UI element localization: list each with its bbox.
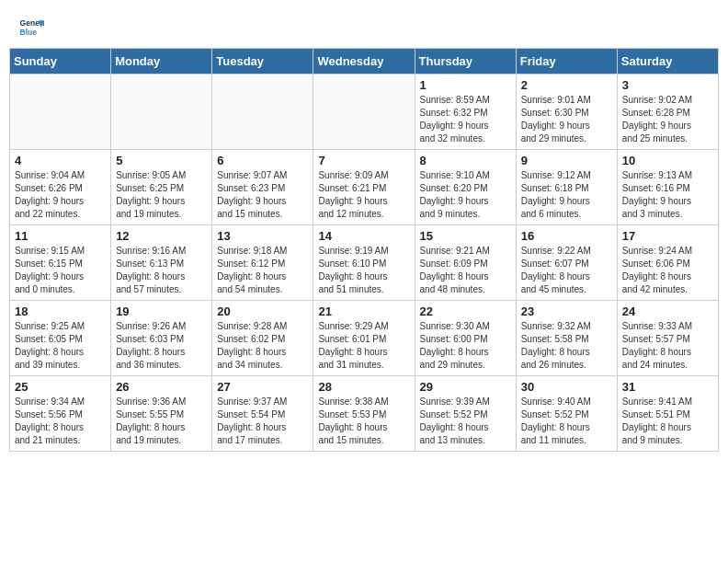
- calendar-cell: 3Sunrise: 9:02 AM Sunset: 6:28 PM Daylig…: [617, 75, 718, 150]
- day-info: Sunrise: 9:38 AM Sunset: 5:53 PM Dayligh…: [318, 396, 409, 447]
- calendar-cell: 23Sunrise: 9:32 AM Sunset: 5:58 PM Dayli…: [516, 301, 617, 376]
- day-info: Sunrise: 9:22 AM Sunset: 6:07 PM Dayligh…: [521, 245, 612, 296]
- calendar-cell: 26Sunrise: 9:36 AM Sunset: 5:55 PM Dayli…: [111, 376, 212, 452]
- day-number: 1: [420, 78, 511, 92]
- day-info: Sunrise: 9:21 AM Sunset: 6:09 PM Dayligh…: [420, 245, 511, 296]
- page-header: General Blue: [0, 0, 728, 48]
- col-header-monday: Monday: [111, 49, 212, 75]
- day-info: Sunrise: 9:10 AM Sunset: 6:20 PM Dayligh…: [420, 169, 511, 221]
- calendar-cell: 15Sunrise: 9:21 AM Sunset: 6:09 PM Dayli…: [415, 225, 516, 301]
- col-header-sunday: Sunday: [10, 49, 111, 75]
- day-number: 15: [420, 229, 511, 243]
- calendar-cell: 12Sunrise: 9:16 AM Sunset: 6:13 PM Dayli…: [111, 225, 212, 301]
- day-number: 19: [116, 304, 207, 318]
- col-header-friday: Friday: [516, 49, 617, 75]
- day-info: Sunrise: 9:19 AM Sunset: 6:10 PM Dayligh…: [318, 245, 409, 296]
- day-info: Sunrise: 9:13 AM Sunset: 6:16 PM Dayligh…: [622, 169, 713, 221]
- day-number: 14: [318, 229, 409, 243]
- day-info: Sunrise: 9:15 AM Sunset: 6:15 PM Dayligh…: [15, 245, 106, 296]
- calendar-week-3: 11Sunrise: 9:15 AM Sunset: 6:15 PM Dayli…: [10, 225, 719, 301]
- day-info: Sunrise: 9:04 AM Sunset: 6:26 PM Dayligh…: [15, 169, 106, 221]
- calendar-cell: [111, 75, 212, 150]
- day-info: Sunrise: 9:05 AM Sunset: 6:25 PM Dayligh…: [116, 169, 207, 221]
- calendar-cell: 14Sunrise: 9:19 AM Sunset: 6:10 PM Dayli…: [313, 225, 415, 301]
- calendar-cell: 25Sunrise: 9:34 AM Sunset: 5:56 PM Dayli…: [10, 376, 111, 452]
- calendar-cell: 2Sunrise: 9:01 AM Sunset: 6:30 PM Daylig…: [516, 75, 617, 150]
- day-info: Sunrise: 9:26 AM Sunset: 6:03 PM Dayligh…: [116, 320, 207, 372]
- calendar-cell: 1Sunrise: 8:59 AM Sunset: 6:32 PM Daylig…: [415, 75, 516, 150]
- day-number: 2: [521, 78, 612, 92]
- calendar-cell: 27Sunrise: 9:37 AM Sunset: 5:54 PM Dayli…: [212, 376, 313, 452]
- calendar-cell: 16Sunrise: 9:22 AM Sunset: 6:07 PM Dayli…: [516, 225, 617, 301]
- calendar-cell: [313, 75, 415, 150]
- day-info: Sunrise: 9:28 AM Sunset: 6:02 PM Dayligh…: [217, 320, 308, 372]
- day-info: Sunrise: 9:30 AM Sunset: 6:00 PM Dayligh…: [420, 320, 511, 372]
- calendar-cell: 4Sunrise: 9:04 AM Sunset: 6:26 PM Daylig…: [10, 150, 111, 225]
- day-info: Sunrise: 9:18 AM Sunset: 6:12 PM Dayligh…: [217, 245, 308, 296]
- calendar-cell: 31Sunrise: 9:41 AM Sunset: 5:51 PM Dayli…: [617, 376, 718, 452]
- calendar-cell: 22Sunrise: 9:30 AM Sunset: 6:00 PM Dayli…: [415, 301, 516, 376]
- day-info: Sunrise: 9:33 AM Sunset: 5:57 PM Dayligh…: [622, 320, 713, 372]
- calendar-cell: 5Sunrise: 9:05 AM Sunset: 6:25 PM Daylig…: [111, 150, 212, 225]
- day-number: 29: [420, 380, 511, 394]
- calendar-cell: 10Sunrise: 9:13 AM Sunset: 6:16 PM Dayli…: [617, 150, 718, 225]
- day-info: Sunrise: 9:24 AM Sunset: 6:06 PM Dayligh…: [622, 245, 713, 296]
- col-header-tuesday: Tuesday: [212, 49, 313, 75]
- day-info: Sunrise: 9:34 AM Sunset: 5:56 PM Dayligh…: [15, 396, 106, 447]
- day-number: 11: [15, 229, 106, 243]
- calendar-cell: 19Sunrise: 9:26 AM Sunset: 6:03 PM Dayli…: [111, 301, 212, 376]
- day-number: 18: [15, 304, 106, 318]
- day-info: Sunrise: 9:01 AM Sunset: 6:30 PM Dayligh…: [521, 94, 612, 145]
- calendar-week-5: 25Sunrise: 9:34 AM Sunset: 5:56 PM Dayli…: [10, 376, 719, 452]
- day-info: Sunrise: 9:02 AM Sunset: 6:28 PM Dayligh…: [622, 94, 713, 145]
- calendar-header-row: SundayMondayTuesdayWednesdayThursdayFrid…: [10, 49, 719, 75]
- calendar-table: SundayMondayTuesdayWednesdayThursdayFrid…: [9, 48, 719, 452]
- svg-text:Blue: Blue: [20, 28, 38, 37]
- day-number: 28: [318, 380, 409, 394]
- day-info: Sunrise: 9:39 AM Sunset: 5:52 PM Dayligh…: [420, 396, 511, 447]
- day-number: 30: [521, 380, 612, 394]
- calendar-cell: [10, 75, 111, 150]
- calendar-cell: 17Sunrise: 9:24 AM Sunset: 6:06 PM Dayli…: [617, 225, 718, 301]
- calendar-week-4: 18Sunrise: 9:25 AM Sunset: 6:05 PM Dayli…: [10, 301, 719, 376]
- day-number: 24: [622, 304, 713, 318]
- day-number: 9: [521, 154, 612, 167]
- day-info: Sunrise: 9:32 AM Sunset: 5:58 PM Dayligh…: [521, 320, 612, 372]
- day-number: 31: [622, 380, 713, 394]
- calendar-cell: 21Sunrise: 9:29 AM Sunset: 6:01 PM Dayli…: [313, 301, 415, 376]
- day-number: 26: [116, 380, 207, 394]
- day-number: 10: [622, 154, 713, 167]
- calendar-cell: 9Sunrise: 9:12 AM Sunset: 6:18 PM Daylig…: [516, 150, 617, 225]
- calendar-cell: 28Sunrise: 9:38 AM Sunset: 5:53 PM Dayli…: [313, 376, 415, 452]
- day-info: Sunrise: 9:12 AM Sunset: 6:18 PM Dayligh…: [521, 169, 612, 221]
- day-number: 21: [318, 304, 409, 318]
- day-info: Sunrise: 9:41 AM Sunset: 5:51 PM Dayligh…: [622, 396, 713, 447]
- day-info: Sunrise: 8:59 AM Sunset: 6:32 PM Dayligh…: [420, 94, 511, 145]
- col-header-wednesday: Wednesday: [313, 49, 415, 75]
- day-number: 13: [217, 229, 308, 243]
- day-info: Sunrise: 9:36 AM Sunset: 5:55 PM Dayligh…: [116, 396, 207, 447]
- logo-icon: General Blue: [18, 15, 44, 40]
- calendar-cell: 7Sunrise: 9:09 AM Sunset: 6:21 PM Daylig…: [313, 150, 415, 225]
- calendar-cell: 24Sunrise: 9:33 AM Sunset: 5:57 PM Dayli…: [617, 301, 718, 376]
- day-info: Sunrise: 9:40 AM Sunset: 5:52 PM Dayligh…: [521, 396, 612, 447]
- calendar-cell: 13Sunrise: 9:18 AM Sunset: 6:12 PM Dayli…: [212, 225, 313, 301]
- day-info: Sunrise: 9:29 AM Sunset: 6:01 PM Dayligh…: [318, 320, 409, 372]
- calendar-cell: 11Sunrise: 9:15 AM Sunset: 6:15 PM Dayli…: [10, 225, 111, 301]
- calendar-cell: 8Sunrise: 9:10 AM Sunset: 6:20 PM Daylig…: [415, 150, 516, 225]
- day-number: 5: [116, 154, 207, 167]
- day-info: Sunrise: 9:09 AM Sunset: 6:21 PM Dayligh…: [318, 169, 409, 221]
- day-number: 4: [15, 154, 106, 167]
- day-number: 20: [217, 304, 308, 318]
- day-info: Sunrise: 9:25 AM Sunset: 6:05 PM Dayligh…: [15, 320, 106, 372]
- day-number: 22: [420, 304, 511, 318]
- logo: General Blue: [18, 15, 44, 40]
- day-number: 12: [116, 229, 207, 243]
- col-header-saturday: Saturday: [617, 49, 718, 75]
- calendar-cell: [212, 75, 313, 150]
- day-info: Sunrise: 9:16 AM Sunset: 6:13 PM Dayligh…: [116, 245, 207, 296]
- day-info: Sunrise: 9:37 AM Sunset: 5:54 PM Dayligh…: [217, 396, 308, 447]
- day-number: 8: [420, 154, 511, 167]
- calendar-cell: 6Sunrise: 9:07 AM Sunset: 6:23 PM Daylig…: [212, 150, 313, 225]
- calendar-cell: 30Sunrise: 9:40 AM Sunset: 5:52 PM Dayli…: [516, 376, 617, 452]
